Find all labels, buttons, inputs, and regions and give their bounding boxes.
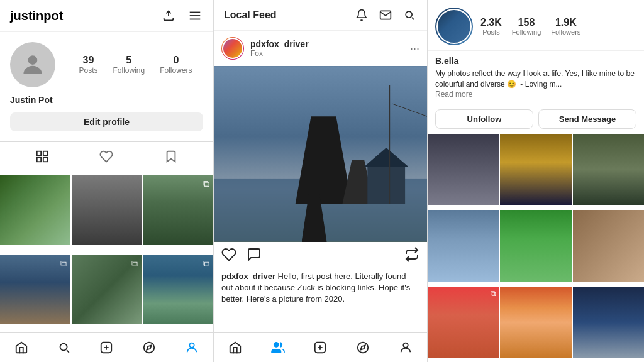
nav-explore-button[interactable] [135, 338, 164, 357]
right-profile-header: 2.3K Posts 158 Following 1.9K Followers [428, 0, 644, 51]
svg-rect-7 [43, 158, 47, 162]
grid-item[interactable]: ⧉ [72, 255, 142, 325]
grid-item[interactable]: ⧉ [143, 175, 213, 245]
followers-stat: 0 Followers [160, 55, 192, 75]
svg-point-8 [60, 344, 67, 351]
right-grid-item[interactable] [428, 210, 499, 281]
left-panel: justinpot 39 [0, 0, 214, 362]
post-more-button[interactable]: ··· [410, 42, 419, 55]
multi-photo-icon: ⧉ [203, 178, 209, 189]
svg-rect-20 [367, 167, 405, 204]
right-grid-item[interactable] [573, 287, 644, 358]
svg-rect-4 [37, 151, 41, 155]
right-grid-wrapper: ⧉ [428, 134, 644, 362]
profile-section: 39 Posts 5 Following 0 Followers Justin … [0, 32, 213, 141]
profile-name: Justin Pot [10, 95, 53, 105]
right-following-count: 158 [518, 17, 535, 28]
likes-tab[interactable] [87, 147, 126, 170]
right-posts-label: Posts [482, 28, 500, 36]
svg-point-30 [403, 343, 408, 348]
post-subname: Fox [250, 49, 309, 58]
post-image-svg [214, 66, 427, 242]
right-followers-stat: 1.9K Followers [551, 17, 580, 36]
nav-profile-button-m[interactable] [391, 338, 420, 357]
right-grid-item[interactable] [573, 134, 644, 205]
grid-item[interactable]: ⧉ [0, 255, 70, 325]
search-icon[interactable] [402, 8, 417, 23]
saved-tab[interactable] [152, 147, 191, 170]
multi-photo-icon: ⧉ [491, 289, 496, 298]
post-avatar[interactable] [221, 37, 244, 60]
header-icons [160, 8, 203, 24]
avatar [10, 42, 55, 87]
right-panel: 2.3K Posts 158 Following 1.9K Followers … [428, 0, 644, 362]
grid-item[interactable]: ⧉ [143, 255, 213, 325]
edit-profile-button[interactable]: Edit profile [10, 112, 203, 131]
multi-photo-icon: ⧉ [131, 258, 138, 269]
svg-marker-13 [147, 345, 152, 349]
stats-row: 39 Posts 5 Following 0 Followers [68, 55, 203, 75]
post-header: pdxfox_driver Fox ··· [214, 31, 427, 66]
bell-icon[interactable] [354, 8, 369, 23]
right-grid-item[interactable] [500, 287, 571, 358]
nav-home-button-m[interactable] [221, 338, 250, 357]
nav-explore-button-m[interactable] [348, 338, 377, 357]
profile-tabs [0, 141, 213, 175]
right-avatar-img [436, 9, 472, 44]
post-action-left [221, 247, 262, 266]
comment-button[interactable] [247, 247, 262, 266]
nav-home-button[interactable] [7, 338, 36, 357]
right-posts-count: 2.3K [480, 17, 502, 28]
right-followers-count: 1.9K [555, 17, 577, 28]
post-image [214, 66, 427, 242]
feed-title: Local Feed [224, 9, 277, 21]
feed-header: Local Feed [214, 0, 427, 31]
following-count: 5 [126, 55, 131, 66]
right-bio: B.ella My photos reflect the way I look … [428, 51, 644, 104]
read-more-button[interactable]: Read more [435, 90, 636, 99]
profile-top: 39 Posts 5 Following 0 Followers [10, 42, 203, 87]
send-message-button[interactable]: Send Message [538, 109, 636, 129]
mail-icon[interactable] [378, 8, 393, 23]
caption-username: pdxfox_driver [221, 272, 275, 281]
svg-point-14 [189, 343, 194, 348]
right-following-stat: 158 Following [512, 17, 541, 36]
right-grid-item[interactable] [500, 134, 571, 205]
posts-count: 39 [83, 55, 94, 66]
grid-tab[interactable] [23, 147, 62, 170]
left-header: justinpot [0, 0, 213, 32]
grid-item[interactable] [0, 175, 70, 245]
svg-point-15 [406, 11, 412, 18]
right-action-buttons: Unfollow Send Message [428, 104, 644, 134]
feed-header-icons [354, 8, 417, 23]
menu-icon[interactable] [187, 8, 203, 24]
nav-profile-button[interactable] [177, 338, 206, 357]
post-avatar-inner [222, 38, 243, 59]
right-grid-item[interactable] [500, 210, 571, 281]
right-photo-grid: ⧉ [428, 134, 644, 362]
grid-item[interactable] [72, 175, 142, 245]
nav-add-button[interactable] [92, 338, 121, 357]
right-grid-item[interactable] [573, 210, 644, 281]
right-grid-item[interactable]: ⧉ [428, 287, 499, 358]
repost-button[interactable] [404, 247, 419, 266]
svg-rect-5 [43, 151, 47, 155]
svg-point-12 [144, 343, 155, 353]
nav-following-button-m[interactable] [264, 338, 292, 357]
right-posts-stat: 2.3K Posts [480, 17, 502, 36]
right-grid-item[interactable] [428, 134, 499, 205]
post-username: pdxfox_driver [250, 39, 309, 49]
post-user-info: pdxfox_driver Fox [221, 37, 309, 60]
middle-bottom-nav [214, 332, 427, 362]
like-button[interactable] [221, 247, 236, 266]
app-title: justinpot [10, 9, 63, 23]
following-stat: 5 Following [113, 55, 145, 75]
post-user-text: pdxfox_driver Fox [250, 39, 309, 58]
nav-add-button-m[interactable] [306, 338, 335, 357]
svg-point-24 [274, 343, 278, 347]
upload-icon[interactable] [160, 8, 177, 24]
unfollow-button[interactable]: Unfollow [435, 109, 533, 129]
post-actions [214, 242, 427, 271]
nav-search-button[interactable] [50, 338, 79, 357]
middle-panel: Local Feed [214, 0, 428, 362]
